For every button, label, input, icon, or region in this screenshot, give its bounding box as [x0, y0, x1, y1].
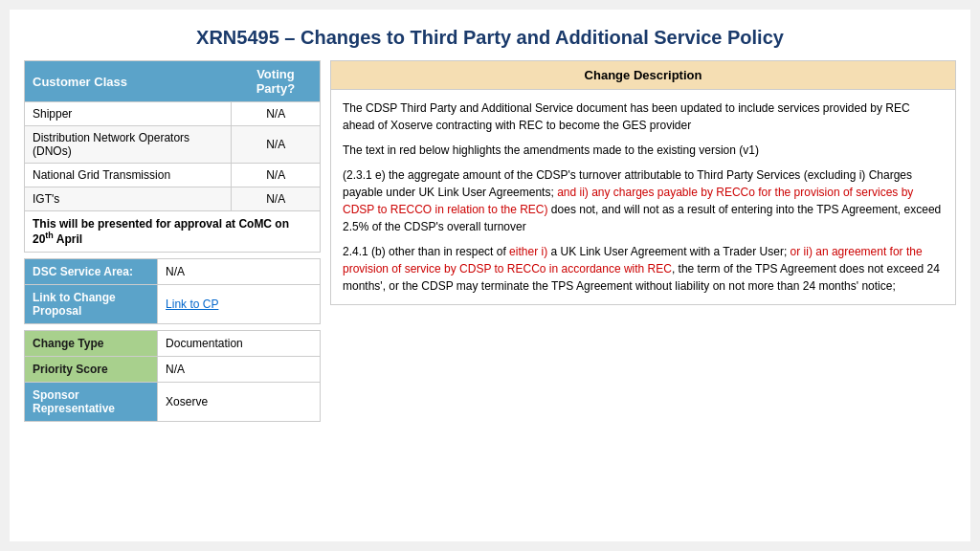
voting-party-cell: N/A: [232, 102, 321, 126]
voting-party-cell: N/A: [232, 187, 321, 211]
change-type-label: Change Type: [25, 331, 158, 357]
link-label: Link to Change Proposal: [25, 285, 158, 324]
dsc-section: DSC Service Area: N/A Link to Change Pro…: [24, 258, 321, 324]
main-layout: Customer Class Voting Party? ShipperN/AD…: [24, 60, 956, 422]
para4-red1: either i): [509, 245, 547, 258]
dsc-label: DSC Service Area:: [25, 259, 158, 285]
para4-mid: a UK Link User Agreement with a Trader U…: [547, 245, 790, 258]
customer-class-cell: Distribution Network Operators (DNOs): [25, 126, 232, 164]
approval-text2: April: [54, 232, 82, 246]
desc-para4: 2.4.1 (b) other than in respect of eithe…: [343, 243, 944, 295]
left-panel: Customer Class Voting Party? ShipperN/AD…: [24, 60, 321, 422]
customer-class-cell: National Grid Transmission: [25, 164, 232, 187]
customer-class-table: Customer Class Voting Party? ShipperN/AD…: [24, 60, 321, 253]
customer-class-cell: Shipper: [25, 102, 232, 126]
para4-start: 2.4.1 (b) other than in respect of: [343, 245, 509, 258]
right-panel: Change Description The CDSP Third Party …: [330, 60, 956, 305]
meta-table: Change Type Documentation Priority Score…: [24, 330, 321, 422]
page-container: XRN5495 – Changes to Third Party and Add…: [10, 10, 970, 541]
link-value: Link to CP: [158, 285, 321, 324]
sponsor-value: Xoserve: [158, 383, 321, 422]
customer-class-cell: IGT's: [25, 187, 232, 211]
dsc-value: N/A: [158, 259, 321, 285]
link-to-cp[interactable]: Link to CP: [166, 298, 218, 311]
priority-label: Priority Score: [25, 357, 158, 383]
voting-party-header: Voting Party?: [232, 61, 321, 102]
customer-class-header: Customer Class: [25, 61, 232, 102]
approval-sup: th: [45, 231, 54, 240]
desc-para3: (2.3.1 e) the aggregate amount of the CD…: [343, 166, 944, 235]
voting-party-cell: N/A: [232, 164, 321, 187]
change-desc-header: Change Description: [331, 61, 955, 90]
sponsor-label: Sponsor Representative: [25, 383, 158, 422]
voting-party-cell: N/A: [232, 126, 321, 164]
change-desc-body: The CDSP Third Party and Additional Serv…: [331, 90, 955, 304]
desc-para1: The CDSP Third Party and Additional Serv…: [343, 99, 944, 134]
page-title: XRN5495 – Changes to Third Party and Add…: [24, 19, 956, 60]
desc-para2: The text in red below highlights the ame…: [343, 142, 944, 159]
change-type-value: Documentation: [158, 331, 321, 357]
priority-value: N/A: [158, 357, 321, 383]
approval-note: This will be presented for approval at C…: [25, 211, 321, 253]
